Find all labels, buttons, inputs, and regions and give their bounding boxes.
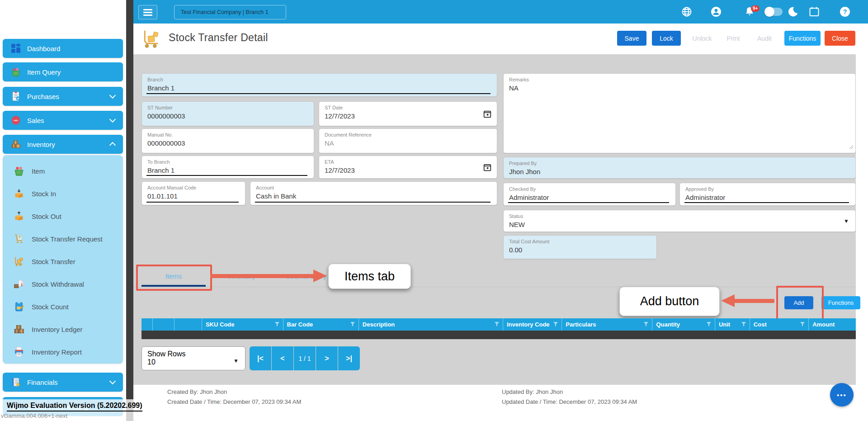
close-button[interactable]: Close xyxy=(825,31,855,46)
more-actions-fab[interactable]: ••• xyxy=(830,383,854,407)
resize-handle-icon[interactable] xyxy=(849,143,854,151)
sidebar-item-label: Stock In xyxy=(32,190,56,198)
filter-icon[interactable] xyxy=(644,321,648,328)
date-picker-icon[interactable] xyxy=(483,163,491,171)
grid-pager: |< < 1 / 1 > >| xyxy=(250,346,360,370)
sidebar-item-label: Dashboard xyxy=(27,45,60,52)
document-reference-field[interactable]: Document Reference NA xyxy=(319,128,497,153)
grid-functions-button[interactable]: Functions xyxy=(821,296,860,309)
save-button[interactable]: Save xyxy=(617,31,646,46)
filter-icon[interactable] xyxy=(553,321,558,328)
status-select[interactable]: Status NEW ▼ xyxy=(503,210,856,232)
total-cost-amount-field[interactable]: Total Cost Amount 0.00 xyxy=(503,235,657,259)
manual-no-field[interactable]: Manual No. 0000000003 xyxy=(142,128,314,153)
grid-column-row-selector[interactable] xyxy=(142,318,153,331)
st-number-field[interactable]: ST Number 0000000003 xyxy=(142,101,314,126)
sidebar-item-dashboard[interactable]: Dashboard xyxy=(3,39,123,58)
grid-column-sku-code[interactable]: SKU Code xyxy=(202,318,283,331)
sidebar-item-stock-transfer[interactable]: Stock Transfer xyxy=(3,250,123,273)
hamburger-menu-button[interactable] xyxy=(138,5,157,19)
pager-page-indicator: 1 / 1 xyxy=(294,346,316,370)
grid-column-quantity[interactable]: Quantity xyxy=(652,318,715,331)
account-manual-code-field[interactable]: Account Manual Code 01.01.101 xyxy=(142,181,245,205)
grid-column-bar-code[interactable]: Bar Code xyxy=(283,318,359,331)
record-audit-footer: Created By: Jhon Jhon Created Date / Tim… xyxy=(133,385,856,421)
items-tab-arrow xyxy=(210,274,314,278)
stock-count-icon xyxy=(14,301,24,312)
filter-icon[interactable] xyxy=(800,321,805,328)
pager-last-button[interactable]: >| xyxy=(338,346,360,370)
grid-column-action2[interactable] xyxy=(175,318,202,331)
grid-column-action1[interactable] xyxy=(153,318,175,331)
page-title-row: Stock Transfer Detail Save Lock Unlock P… xyxy=(133,24,868,54)
sidebar-item-stock-transfer-request[interactable]: Stock Transfer Request xyxy=(3,227,123,250)
inventory-boxes-icon xyxy=(11,139,21,149)
sidebar-item-inventory-ledger[interactable]: Inventory Ledger xyxy=(3,318,123,341)
stock-transfer-page-icon xyxy=(142,29,161,49)
chevron-down-icon xyxy=(109,116,116,123)
sidebar-item-inventory-report[interactable]: Inventory Report xyxy=(3,341,123,363)
theme-toggle[interactable] xyxy=(765,8,783,16)
filter-icon[interactable] xyxy=(495,321,499,328)
updated-by-text: Updated By: Jhon Jhon xyxy=(502,388,563,395)
calendar-icon[interactable] xyxy=(808,6,820,18)
notification-badge: 9+ xyxy=(751,5,760,12)
dark-mode-moon-icon[interactable] xyxy=(787,6,799,18)
pager-first-button[interactable]: |< xyxy=(250,346,271,370)
grid-column-inventory-code[interactable]: Inventory Code xyxy=(503,318,562,331)
sidebar-item-item[interactable]: Item xyxy=(3,160,123,182)
print-button: Print xyxy=(722,31,745,46)
prepared-by-field[interactable]: Prepared By Jhon Jhon xyxy=(503,157,856,179)
sidebar-item-financials[interactable]: Financials xyxy=(3,373,123,392)
sidebar-item-inventory[interactable]: Inventory xyxy=(3,135,123,154)
sidebar-item-purchases[interactable]: Purchases xyxy=(3,87,123,106)
wijmo-evaluation-link[interactable]: Wijmo Evaluation Version (5.20202.699) xyxy=(7,401,142,412)
grid-column-unit[interactable]: Unit xyxy=(715,318,750,331)
to-branch-field[interactable]: To Branch Branch 1 xyxy=(142,156,314,179)
grid-column-amount[interactable]: Amount xyxy=(809,318,856,331)
account-field[interactable]: Account Cash in Bank xyxy=(250,181,497,205)
sidebar-item-item-query[interactable]: Item Query xyxy=(3,62,123,81)
sidebar-item-stock-out[interactable]: Stock Out xyxy=(3,205,123,227)
items-tab-arrowhead xyxy=(313,270,327,282)
checked-by-field[interactable]: Checked By Administrator xyxy=(503,183,676,206)
pager-prev-button[interactable]: < xyxy=(272,346,293,370)
globe-icon[interactable] xyxy=(681,6,693,18)
items-tab-highlight-box xyxy=(136,265,212,291)
filter-icon[interactable] xyxy=(741,321,746,328)
sidebar-item-label: Sales xyxy=(27,117,44,124)
sidebar-item-label: Inventory xyxy=(27,141,55,148)
show-rows-select[interactable]: Show Rows 10 ▼ xyxy=(142,346,245,370)
sidebar-item-stock-count[interactable]: Stock Count xyxy=(3,295,123,318)
date-picker-icon[interactable] xyxy=(483,110,491,118)
filter-icon[interactable] xyxy=(707,321,711,328)
branch-field[interactable]: Branch Branch 1 xyxy=(142,73,497,97)
user-icon[interactable] xyxy=(710,6,722,18)
grid-column-description[interactable]: Description xyxy=(359,318,503,331)
st-date-field[interactable]: ST Date 12/7/2023 xyxy=(319,101,497,126)
remarks-field[interactable]: Remarks NA xyxy=(503,73,856,153)
help-icon[interactable]: ? xyxy=(839,6,851,18)
filter-icon[interactable] xyxy=(275,321,279,328)
functions-button[interactable]: Functions xyxy=(784,31,821,46)
pager-next-button[interactable]: > xyxy=(316,346,338,370)
grid-column-particulars[interactable]: Particulars xyxy=(562,318,652,331)
sidebar-item-label: Item Query xyxy=(27,68,61,76)
grid-empty-scroll-area[interactable] xyxy=(142,331,856,339)
lock-button[interactable]: Lock xyxy=(652,31,681,46)
eta-field[interactable]: ETA 12/7/2023 xyxy=(319,156,497,179)
basket-icon xyxy=(11,67,21,77)
inventory-submenu: Item Stock In Stock Out Stock Transfer R… xyxy=(3,155,123,364)
sidebar-item-label: Purchases xyxy=(27,93,59,100)
unlock-button: Unlock xyxy=(689,31,716,46)
tabs-divider xyxy=(133,287,856,287)
approved-by-field[interactable]: Approved By Administrator xyxy=(679,183,856,206)
grid-column-cost[interactable]: Cost xyxy=(750,318,809,331)
main-area: Test Financial Company | Branch 1 9+ ? S… xyxy=(133,0,868,421)
detail-form-area: Branch Branch 1 ST Number 0000000003 ST … xyxy=(133,54,868,385)
filter-icon[interactable] xyxy=(350,321,355,328)
sidebar-item-stock-withdrawal[interactable]: Stock Withdrawal xyxy=(3,273,123,295)
company-branch-selector[interactable]: Test Financial Company | Branch 1 xyxy=(174,5,286,19)
sidebar-item-stock-in[interactable]: Stock In xyxy=(3,182,123,205)
sidebar-item-sales[interactable]: sale Sales xyxy=(3,111,123,130)
